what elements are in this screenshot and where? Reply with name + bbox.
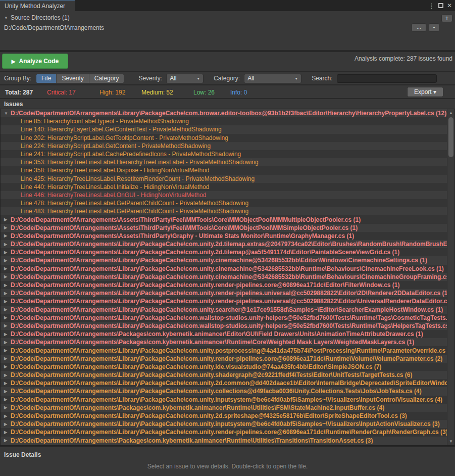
issue-line-row[interactable]: Line 241: HierarchyScriptLabel.CachePred… [1, 150, 447, 158]
source-directories-foldout-icon[interactable]: ▼ [4, 16, 11, 20]
issue-file-row[interactable]: ▶D:/Code/DepartmentOfArrangements\Librar… [1, 256, 447, 264]
issue-line-row[interactable]: Line 478: HierarchyTreeLinesLabel.GetPar… [1, 199, 447, 207]
window-close-icon[interactable]: ✕ [447, 3, 452, 9]
issue-file-row[interactable]: ▶D:/Code/DepartmentOfArrangements\Librar… [1, 428, 447, 436]
foldout-collapsed-icon[interactable]: ▶ [4, 414, 11, 418]
issue-file-row[interactable]: ▶D:/Code/DepartmentOfArrangements\Librar… [1, 355, 447, 363]
group-by-file-button[interactable]: File [36, 74, 57, 83]
issue-file-row[interactable]: ▶D:/Code/DepartmentOfArrangements\Assets… [1, 224, 447, 232]
issue-row-label: D:/Code/DepartmentOfArrangements\Library… [11, 249, 399, 256]
foldout-collapsed-icon[interactable]: ▶ [4, 356, 11, 361]
foldout-collapsed-icon[interactable]: ▶ [4, 242, 11, 247]
foldout-collapsed-icon[interactable]: ▶ [4, 274, 11, 279]
window-menu-icon[interactable]: ⋮ [428, 3, 435, 9]
issue-file-row[interactable]: ▶D:/Code/DepartmentOfArrangements\Packag… [1, 437, 447, 445]
issue-file-row[interactable]: ▶D:/Code/DepartmentOfArrangements\Librar… [1, 387, 447, 395]
issue-row-label: Line 478: HierarchyTreeLinesLabel.GetPar… [21, 200, 248, 207]
issue-file-row[interactable]: ▶D:/Code/DepartmentOfArrangements\Librar… [1, 289, 447, 297]
issue-details-panel: Issue Details Select an issue to view de… [0, 447, 455, 476]
issue-file-row[interactable]: ▶D:/Code/DepartmentOfArrangements\Librar… [1, 281, 447, 289]
foldout-collapsed-icon[interactable]: ▶ [4, 348, 11, 353]
scroll-down-icon[interactable]: ▼ [447, 439, 454, 444]
vertical-scrollbar[interactable]: ▲ ▼ [447, 109, 454, 445]
issue-row-label: D:/Code/DepartmentOfArrangements\Library… [11, 322, 447, 329]
foldout-collapsed-icon[interactable]: ▶ [4, 332, 11, 337]
issue-line-row[interactable]: Line 446: HierarchyTreeLinesLabel.OnGUI … [1, 191, 447, 199]
remove-directory-button[interactable]: - [429, 23, 439, 32]
browse-directory-button[interactable]: ... [412, 23, 426, 32]
foldout-collapsed-icon[interactable]: ▶ [4, 299, 11, 304]
foldout-collapsed-icon[interactable]: ▶ [4, 438, 11, 443]
issue-row-label: D:/Code/DepartmentOfArrangements\Library… [11, 265, 444, 272]
issue-file-row[interactable]: ▶D:/Code/DepartmentOfArrangements\Packag… [1, 338, 447, 346]
issue-row-label: D:/Code/DepartmentOfArrangements\Library… [11, 355, 442, 362]
foldout-collapsed-icon[interactable]: ▶ [4, 315, 11, 320]
severity-dropdown[interactable]: All ▼ [166, 74, 204, 83]
issue-file-row[interactable]: ▶D:/Code/DepartmentOfArrangements\Librar… [1, 412, 447, 420]
category-dropdown[interactable]: All ▼ [244, 74, 301, 83]
issue-file-row[interactable]: ▶D:/Code/DepartmentOfArrangements\Librar… [1, 314, 447, 322]
foldout-collapsed-icon[interactable]: ▶ [4, 250, 11, 255]
issue-file-row[interactable]: ▶D:/Code/DepartmentOfArrangements\Librar… [1, 346, 447, 354]
export-button[interactable]: Export ▾ [407, 87, 443, 97]
foldout-collapsed-icon[interactable]: ▶ [4, 291, 11, 296]
foldout-collapsed-icon[interactable]: ▶ [4, 233, 11, 238]
issue-file-row[interactable]: ▶D:/Code/DepartmentOfArrangements\Librar… [1, 379, 447, 387]
issue-line-row[interactable]: Line 483: HierarchyTreeLinesLabel.GetPar… [1, 207, 447, 215]
analyze-code-button[interactable]: ▶ Analyze Code [2, 54, 68, 69]
issue-file-row[interactable]: ▶D:/Code/DepartmentOfArrangements\Librar… [1, 322, 447, 330]
issue-file-row[interactable]: ▶D:/Code/DepartmentOfArrangements\Librar… [1, 248, 447, 256]
issue-file-row[interactable]: ▶D:/Code/DepartmentOfArrangements\Librar… [1, 297, 447, 305]
issue-line-row[interactable]: Line 358: HierarchyTreeLinesLabel.Dispos… [1, 166, 447, 174]
issue-line-row[interactable]: Line 202: HierarchyScriptLabel.GetToolti… [1, 134, 447, 142]
issue-file-row[interactable]: ▶D:/Code/DepartmentOfArrangements\Librar… [1, 265, 447, 273]
group-by-category-button[interactable]: Category [89, 74, 124, 83]
group-by-severity-button[interactable]: Severity [57, 74, 89, 83]
foldout-collapsed-icon[interactable]: ▶ [4, 381, 11, 386]
issue-file-row[interactable]: ▶D:/Code/DepartmentOfArrangements\Librar… [1, 371, 447, 379]
issue-row-label: D:/Code/DepartmentOfArrangements\Package… [11, 339, 414, 346]
foldout-collapsed-icon[interactable]: ▶ [4, 422, 11, 426]
foldout-collapsed-icon[interactable]: ▶ [4, 217, 11, 222]
search-input[interactable] [337, 74, 437, 83]
foldout-collapsed-icon[interactable]: ▶ [4, 405, 11, 410]
issue-line-row[interactable]: Line 440: HierarchyTreeLinesLabel.Initia… [1, 183, 447, 191]
tab-unity-method-analyzer[interactable]: Unity Method Analyzer [0, 0, 75, 11]
foldout-collapsed-icon[interactable]: ▶ [4, 340, 11, 345]
foldout-collapsed-icon[interactable]: ▶ [4, 283, 11, 288]
issue-line-row[interactable]: Line 85: HierarchyIconLabel.typeof - Pri… [1, 117, 447, 125]
foldout-collapsed-icon[interactable]: ▶ [4, 225, 11, 230]
foldout-collapsed-icon[interactable]: ▶ [4, 373, 11, 377]
foldout-expanded-icon[interactable]: ▼ [4, 111, 11, 116]
issue-file-row[interactable]: ▶D:/Code/DepartmentOfArrangements\Assets… [1, 215, 447, 223]
foldout-collapsed-icon[interactable]: ▶ [4, 258, 11, 263]
issue-file-row[interactable]: ▶D:/Code/DepartmentOfArrangements\Assets… [1, 232, 447, 240]
foldout-collapsed-icon[interactable]: ▶ [4, 364, 11, 369]
foldout-collapsed-icon[interactable]: ▶ [4, 430, 11, 435]
issue-file-row[interactable]: ▶D:/Code/DepartmentOfArrangements\Librar… [1, 273, 447, 281]
foldout-collapsed-icon[interactable]: ▶ [4, 397, 11, 402]
issue-line-row[interactable]: Line 224: HierarchyScriptLabel.GetConten… [1, 142, 447, 150]
issue-file-row[interactable]: ▼D:/Code/DepartmentOfArrangements\Librar… [1, 109, 447, 117]
issue-file-row[interactable]: ▶D:/Code/DepartmentOfArrangements\Librar… [1, 240, 447, 248]
issue-file-row[interactable]: ▶D:/Code/DepartmentOfArrangements\Packag… [1, 404, 447, 412]
foldout-collapsed-icon[interactable]: ▶ [4, 323, 11, 328]
add-directory-button[interactable]: + [441, 14, 452, 22]
issue-file-row[interactable]: ▶D:/Code/DepartmentOfArrangements\Packag… [1, 330, 447, 338]
issue-file-row[interactable]: ▶D:/Code/DepartmentOfArrangements\Librar… [1, 306, 447, 314]
issue-file-row[interactable]: ▶D:/Code/DepartmentOfArrangements\Librar… [1, 396, 447, 404]
issue-file-row[interactable]: ▶D:/Code/DepartmentOfArrangements\Librar… [1, 420, 447, 428]
analyze-section: ▶ Analyze Code Analysis complete: 287 is… [0, 52, 455, 72]
tab-title: Unity Method Analyzer [5, 3, 65, 10]
scroll-up-icon[interactable]: ▲ [447, 111, 454, 115]
issue-line-row[interactable]: Line 353: HierarchyTreeLinesLabel.Hierar… [1, 158, 447, 166]
issue-line-row[interactable]: Line 140: HierarchyLayerLabel.GetContent… [1, 125, 447, 133]
foldout-collapsed-icon[interactable]: ▶ [4, 389, 11, 394]
foldout-collapsed-icon[interactable]: ▶ [4, 266, 11, 271]
issue-file-row[interactable]: ▶D:/Code/DepartmentOfArrangements\Librar… [1, 363, 447, 371]
issue-line-row[interactable]: Line 425: HierarchyTreeLinesLabel.ResetI… [1, 175, 447, 183]
issue-row-label: D:/Code/DepartmentOfArrangements\Package… [11, 404, 384, 411]
scrollbar-thumb[interactable] [448, 117, 453, 157]
window-maximize-icon[interactable] [438, 3, 443, 8]
foldout-collapsed-icon[interactable]: ▶ [4, 307, 11, 312]
